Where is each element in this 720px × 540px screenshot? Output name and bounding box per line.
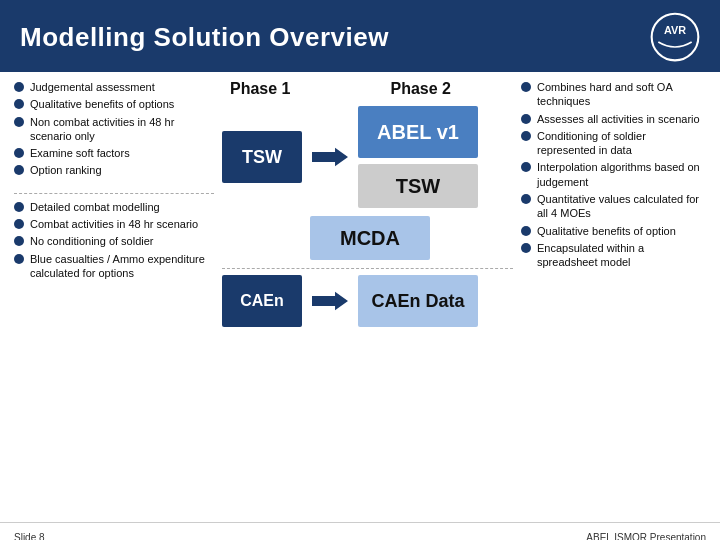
tsw-box: TSW [222, 131, 302, 183]
bullet-icon [14, 165, 24, 175]
result-col-upper: ABEL v1 TSW [358, 106, 478, 208]
slide: Modelling Solution Overview AVR Judgemen… [0, 0, 720, 540]
page-title: Modelling Solution Overview [20, 22, 389, 53]
right-bullet-3: Conditioning of soldier represented in d… [521, 129, 706, 158]
bullet-icon [14, 117, 24, 127]
footer: Slide 8 ABEL ISMOR Presentation [0, 522, 720, 540]
bullet-noncombat: Non combat activities in 48 hr scenario … [14, 115, 214, 144]
bullet-icon [14, 219, 24, 229]
bullet-text: No conditioning of soldier [30, 234, 154, 248]
bullet-qualitative: Qualitative benefits of options [14, 97, 214, 111]
svg-text:AVR: AVR [664, 24, 686, 36]
right-bullet-6: Qualitative benefits of option [521, 224, 706, 238]
right-bullet-2: Assesses all activities in scenario [521, 112, 706, 126]
bullet-icon [14, 99, 24, 109]
diagram-divider [222, 268, 513, 269]
bullet-icon [521, 194, 531, 204]
lower-box-row: CAEn CAEn Data [222, 275, 513, 327]
bullet-detailed-combat: Detailed combat modelling [14, 200, 214, 214]
phase1-bottom-bullets: Detailed combat modelling Combat activit… [14, 200, 214, 283]
tsw-result-box: TSW [358, 164, 478, 208]
upper-box-row: TSW ABEL v1 TSW [222, 106, 513, 208]
phase2-label: Phase 2 [390, 80, 450, 98]
bullet-no-conditioning: No conditioning of soldier [14, 234, 214, 248]
bullet-text: Conditioning of soldier represented in d… [537, 129, 706, 158]
bullet-text: Encapsulated within a spreadsheet model [537, 241, 706, 270]
right-column: Combines hard and soft OA techniques Ass… [521, 80, 706, 518]
bullet-text: Option ranking [30, 163, 102, 177]
bullet-text: Assesses all activities in scenario [537, 112, 700, 126]
right-bullet-4: Interpolation algorithms based on judgem… [521, 160, 706, 189]
bullet-blue-casualties: Blue casualties / Ammo expenditure calcu… [14, 252, 214, 281]
bullet-icon [521, 82, 531, 92]
right-bullet-5: Quantitative values calculated for all 4… [521, 192, 706, 221]
bullet-option-ranking: Option ranking [14, 163, 214, 177]
caen-box: CAEn [222, 275, 302, 327]
slide-number: Slide 8 [14, 532, 45, 540]
content-area: Judgemental assessment Qualitative benef… [0, 72, 720, 522]
bullet-combat-activities: Combat activities in 48 hr scenario [14, 217, 214, 231]
bullet-text: Blue casualties / Ammo expenditure calcu… [30, 252, 214, 281]
bullet-text: Non combat activities in 48 hr scenario … [30, 115, 214, 144]
bullet-icon [521, 131, 531, 141]
presentation-name: ABEL ISMOR Presentation [586, 532, 706, 540]
bullet-icon [14, 236, 24, 246]
bullet-text: Interpolation algorithms based on judgem… [537, 160, 706, 189]
bullet-icon [14, 202, 24, 212]
arrow-2 [312, 283, 348, 319]
phase1-label: Phase 1 [230, 80, 290, 98]
right-bullet-1: Combines hard and soft OA techniques [521, 80, 706, 109]
bullet-text: Combines hard and soft OA techniques [537, 80, 706, 109]
bullet-icon [521, 243, 531, 253]
bullet-icon [14, 254, 24, 264]
abel-box: ABEL v1 [358, 106, 478, 158]
svg-marker-3 [312, 292, 348, 311]
bullet-text: Qualitative benefits of option [537, 224, 676, 238]
caen-data-box: CAEn Data [358, 275, 478, 327]
mcda-box: MCDA [310, 216, 430, 260]
svg-point-0 [652, 14, 699, 61]
bullet-icon [14, 148, 24, 158]
header: Modelling Solution Overview AVR [0, 0, 720, 72]
bullet-icon [521, 114, 531, 124]
right-bullet-7: Encapsulated within a spreadsheet model [521, 241, 706, 270]
bullet-examine: Examine soft factors [14, 146, 214, 160]
bullet-text: Judgemental assessment [30, 80, 155, 94]
svg-marker-2 [312, 148, 348, 167]
bullet-icon [14, 82, 24, 92]
bullet-judgemental: Judgemental assessment [14, 80, 214, 94]
mcda-row: MCDA [310, 216, 513, 260]
arrow-1 [312, 139, 348, 175]
diagram-area: Phase 1 Phase 2 TSW ABEL v1 TSW MCDA [222, 80, 513, 518]
bullet-text: Detailed combat modelling [30, 200, 160, 214]
phase1-top-bullets: Judgemental assessment Qualitative benef… [14, 80, 214, 181]
bullet-icon [521, 226, 531, 236]
company-logo: AVR [650, 12, 700, 62]
left-column: Judgemental assessment Qualitative benef… [14, 80, 214, 518]
bullet-text: Quantitative values calculated for all 4… [537, 192, 706, 221]
bullet-text: Qualitative benefits of options [30, 97, 174, 111]
section-divider [14, 193, 214, 194]
bullet-text: Combat activities in 48 hr scenario [30, 217, 198, 231]
bullet-text: Examine soft factors [30, 146, 130, 160]
bullet-icon [521, 162, 531, 172]
